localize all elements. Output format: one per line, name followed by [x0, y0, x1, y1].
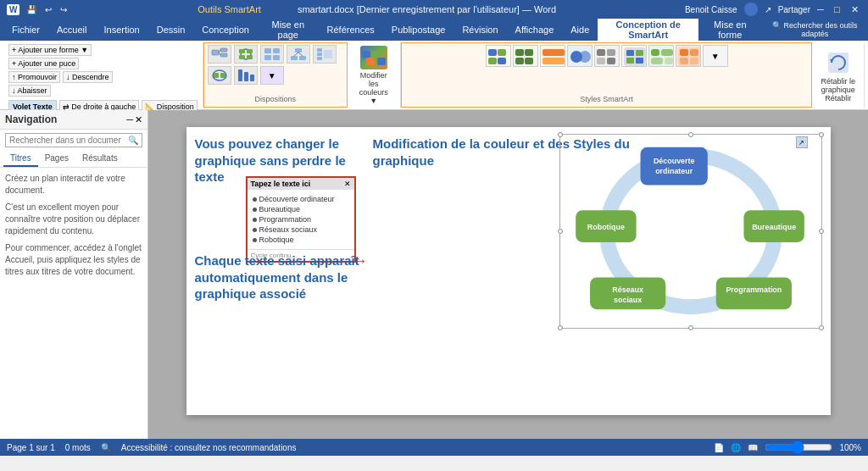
tab-dessin[interactable]: Dessin [148, 19, 194, 41]
style-3[interactable] [540, 45, 565, 67]
descend-button[interactable]: ↓ Descendre [63, 71, 113, 83]
tab-rechercher-outils[interactable]: 🔍 Rechercher des outils adaptés [762, 19, 868, 41]
nav-search-icon[interactable]: 🔍 [125, 134, 142, 147]
tab-accueil[interactable]: Accueil [48, 19, 95, 41]
handle-br[interactable] [819, 325, 824, 330]
style-scroll-down[interactable]: ▼ [703, 45, 728, 67]
smartart-diagram[interactable]: Découverte ordinateur Robotique Bureauti… [559, 134, 822, 329]
item-label-3: Programmation [259, 215, 312, 224]
disposition-icons: ▼ [208, 45, 343, 85]
svg-point-44 [579, 51, 591, 63]
user-name: Benoit Caisse [685, 5, 737, 14]
svg-rect-14 [295, 48, 302, 53]
view-print-icon[interactable]: 📄 [714, 443, 724, 452]
svg-rect-15 [291, 56, 298, 60]
svg-rect-30 [371, 51, 380, 58]
style-8[interactable] [676, 45, 701, 67]
share-icon[interactable]: ↗ [765, 5, 771, 14]
style-7[interactable] [648, 45, 674, 67]
bullet-1 [253, 197, 257, 202]
abaisse-button[interactable]: ↓ Abaisser [8, 85, 51, 97]
svg-rect-8 [239, 55, 245, 59]
view-web-icon[interactable]: 🌐 [731, 443, 741, 452]
zoom-slider[interactable] [765, 441, 832, 454]
handle-bc[interactable] [688, 325, 693, 330]
modifier-couleurs-button[interactable]: Modifier les couleurs ▼ [353, 44, 395, 107]
tab-insertion[interactable]: Insertion [95, 19, 147, 41]
nav-collapse-button[interactable]: ─ [126, 114, 133, 125]
svg-rect-20 [317, 53, 322, 56]
page-count: Page 1 sur 1 [7, 443, 55, 452]
styles-smartart-label: Styles SmartArt [580, 95, 633, 105]
quick-access-save[interactable]: 💾 [25, 5, 38, 14]
handle-bl[interactable] [558, 325, 563, 330]
tab-fichier[interactable]: Fichier [3, 19, 48, 41]
title-bar-controls: Benoit Caisse ↗ Partager ─ □ ✕ [685, 3, 861, 16]
style-4[interactable] [567, 45, 593, 67]
quick-access-redo[interactable]: ↪ [58, 5, 69, 14]
nav-search-input[interactable] [6, 134, 125, 147]
tab-mise-en-page[interactable]: Mise en page [258, 19, 319, 41]
maximize-button[interactable]: □ [834, 4, 844, 14]
svg-rect-12 [264, 55, 271, 60]
nav-header: Navigation ─ ✕ [0, 110, 147, 130]
handle-ml[interactable] [558, 229, 563, 234]
svg-text:ordinateur: ordinateur [655, 167, 693, 175]
handle-tr[interactable] [819, 132, 824, 137]
svg-rect-42 [542, 58, 565, 64]
retablir-button[interactable]: Rétablir legraphiqueRétablir [817, 44, 859, 107]
handle-mr[interactable] [819, 229, 824, 234]
navigation-panel: Navigation ─ ✕ 🔍 Titres Pages Résultats … [0, 110, 148, 439]
smartart-panel-close[interactable]: ✕ [344, 180, 351, 188]
nav-line-3: Pour commencer, accédez à l'onglet Accue… [5, 242, 142, 278]
add-bullet-button[interactable]: + Ajouter une puce [8, 58, 79, 69]
disp-icon-4[interactable] [287, 45, 310, 64]
style-2[interactable] [513, 45, 538, 67]
close-button[interactable]: ✕ [851, 4, 861, 14]
smartart-item-1: Découverte ordinateur [253, 195, 349, 203]
diagram-expand-icon[interactable]: ↗ [796, 136, 808, 148]
nav-tab-pages[interactable]: Pages [38, 151, 75, 167]
disp-icon-scroll[interactable]: ▼ [260, 66, 284, 85]
tab-aide[interactable]: Aide [562, 19, 598, 41]
tab-mise-en-forme[interactable]: Mise en forme [698, 19, 761, 41]
style-6[interactable] [621, 45, 647, 67]
nav-line-2: C'est un excellent moyen pour connaître … [5, 202, 142, 237]
smartart-text-panel: Tapez le texte ici ✕ Découverte ordinate… [246, 176, 356, 263]
svg-rect-37 [515, 49, 524, 56]
tab-conception-smartart[interactable]: Conception de SmartArt [598, 19, 698, 41]
quick-access-undo[interactable]: ↩ [43, 5, 53, 14]
svg-rect-40 [525, 58, 533, 64]
share-label[interactable]: Partager [778, 5, 810, 14]
minimize-button[interactable]: ─ [817, 4, 827, 14]
nav-close-button[interactable]: ✕ [135, 114, 142, 125]
promote-button[interactable]: ↑ Promouvoir [8, 71, 60, 83]
tab-affichage[interactable]: Affichage [507, 19, 563, 41]
disp-icon-7[interactable] [234, 66, 258, 85]
svg-line-18 [298, 53, 303, 56]
svg-rect-32 [377, 58, 386, 65]
accessibility-text: Accessibilité : consultez nos recommanda… [121, 443, 297, 452]
smartart-item-5: Robotique [253, 236, 349, 244]
disp-icon-1[interactable] [208, 45, 231, 64]
bullet-4 [253, 228, 257, 232]
disp-icon-5[interactable] [313, 45, 337, 64]
tab-revision[interactable]: Révision [453, 19, 506, 41]
disp-icon-6[interactable] [208, 66, 231, 85]
svg-rect-61 [680, 58, 688, 64]
tab-conception[interactable]: Conception [193, 19, 258, 41]
disp-icon-3[interactable] [260, 45, 284, 64]
disp-icon-2[interactable] [234, 45, 258, 64]
tab-publipostage[interactable]: Publipostage [383, 19, 454, 41]
view-read-icon[interactable]: 📖 [748, 443, 758, 452]
user-avatar [744, 3, 758, 16]
handle-tl[interactable] [558, 132, 563, 137]
nav-tab-titres[interactable]: Titres [3, 151, 38, 167]
handle-tc[interactable] [688, 132, 693, 137]
add-form-button[interactable]: + Ajouter une forme ▼ [8, 44, 92, 56]
style-5[interactable] [594, 45, 620, 67]
svg-rect-54 [651, 49, 659, 56]
style-1[interactable] [486, 45, 511, 67]
nav-tab-resultats[interactable]: Résultats [75, 151, 125, 167]
tab-references[interactable]: Références [319, 19, 383, 41]
